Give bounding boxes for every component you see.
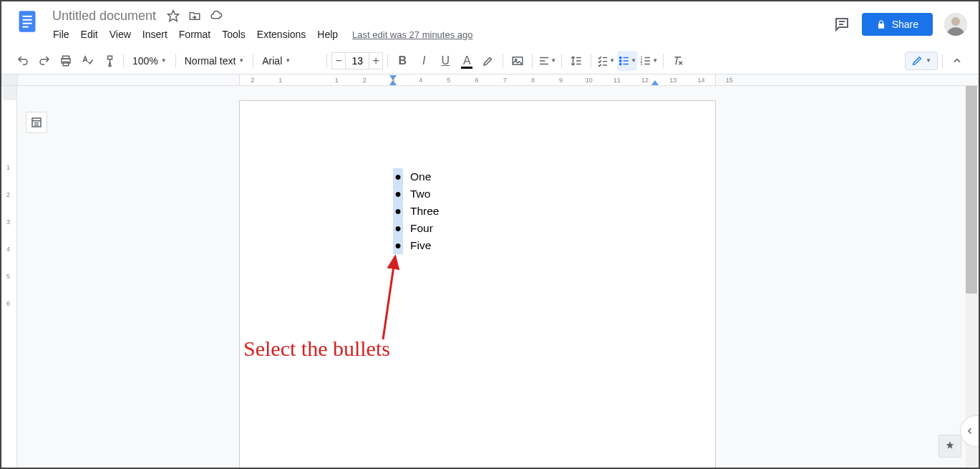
ruler-tick: 15 <box>726 77 733 84</box>
vertical-ruler[interactable]: 123456 <box>3 86 17 468</box>
list-item[interactable]: ●Three <box>393 203 646 220</box>
list-item[interactable]: ●Five <box>393 237 646 254</box>
bullet-marker[interactable]: ● <box>393 203 403 220</box>
list-item-text[interactable]: Four <box>410 220 433 236</box>
undo-button[interactable] <box>13 51 33 71</box>
menu-tools[interactable]: Tools <box>216 26 251 43</box>
svg-rect-1 <box>22 16 31 17</box>
scrollbar-thumb[interactable] <box>966 86 977 294</box>
share-button[interactable]: Share <box>862 13 933 36</box>
svg-rect-0 <box>19 11 36 32</box>
bulleted-list-button[interactable]: ▼ <box>617 51 637 71</box>
list-item[interactable]: ●Four <box>393 220 646 237</box>
separator <box>942 54 943 68</box>
line-spacing-button[interactable] <box>566 51 586 71</box>
text-color-button[interactable]: A <box>457 51 477 71</box>
menu-format[interactable]: Format <box>173 26 216 43</box>
show-outline-button[interactable] <box>26 112 47 133</box>
bullet-marker[interactable]: ● <box>393 185 403 203</box>
collapse-toolbar-button[interactable] <box>947 51 967 71</box>
bold-button[interactable]: B <box>392 51 412 71</box>
ruler-tick: 8 <box>531 77 535 84</box>
page-content[interactable]: ●One●Two●Three●Four●Five <box>240 101 715 254</box>
ruler-tick: 1 <box>278 77 282 84</box>
title-row: Untitled document <box>47 7 833 24</box>
move-icon[interactable] <box>188 9 201 22</box>
list-item-text[interactable]: Three <box>410 203 440 219</box>
menu-file[interactable]: File <box>47 26 75 43</box>
pencil-icon <box>911 55 923 67</box>
svg-point-25 <box>620 57 621 58</box>
styles-dropdown[interactable]: Normal text▼ <box>180 52 249 69</box>
caret-icon: ▼ <box>609 57 615 64</box>
print-button[interactable] <box>56 51 76 71</box>
menu-extensions[interactable]: Extensions <box>251 26 311 43</box>
ruler-tick: 12 <box>641 77 649 84</box>
numbered-list-button[interactable]: 123▼ <box>639 51 659 71</box>
menu-insert[interactable]: Insert <box>137 26 173 43</box>
lock-icon <box>876 19 886 29</box>
svg-marker-5 <box>168 11 179 21</box>
clear-formatting-button[interactable] <box>668 51 688 71</box>
ruler-tick: 4 <box>419 77 422 84</box>
bullet-marker[interactable]: ● <box>393 220 403 237</box>
menu-help[interactable]: Help <box>311 26 344 43</box>
horizontal-ruler-area: 21123456789101112131415 <box>1 74 979 86</box>
list-item[interactable]: ●One <box>393 168 646 185</box>
bullet-list[interactable]: ●One●Two●Three●Four●Five <box>309 168 646 254</box>
spellcheck-button[interactable] <box>77 51 97 71</box>
star-icon[interactable] <box>167 9 180 22</box>
bullet-marker[interactable]: ● <box>393 237 403 254</box>
cloud-status-icon[interactable] <box>210 9 223 22</box>
separator <box>175 54 176 68</box>
right-indent-marker[interactable] <box>651 80 659 85</box>
underline-button[interactable]: U <box>435 51 455 71</box>
explore-button[interactable] <box>938 435 961 458</box>
svg-point-9 <box>951 17 960 26</box>
insert-image-button[interactable] <box>508 51 528 71</box>
document-page[interactable]: ●One●Two●Three●Four●Five <box>239 100 716 468</box>
highlight-button[interactable] <box>478 51 498 71</box>
list-item[interactable]: ●Two <box>393 185 646 203</box>
font-size-increase[interactable]: + <box>369 52 383 69</box>
docs-logo[interactable] <box>13 7 42 36</box>
ruler-tick: 1 <box>335 77 339 84</box>
menu-edit[interactable]: Edit <box>75 26 104 43</box>
last-edit-link[interactable]: Last edit was 27 minutes ago <box>352 29 472 40</box>
italic-button[interactable]: I <box>414 51 434 71</box>
ruler-tick: 4 <box>6 246 10 253</box>
menu-view[interactable]: View <box>104 26 137 43</box>
caret-icon: ▼ <box>161 57 167 64</box>
ruler-tick: 7 <box>503 77 507 84</box>
editing-mode-dropdown[interactable]: ▼ <box>905 52 938 70</box>
comments-icon[interactable] <box>833 16 850 33</box>
document-title[interactable]: Untitled document <box>47 6 161 26</box>
separator <box>503 54 503 68</box>
list-item-text[interactable]: One <box>410 168 431 185</box>
ruler-tick: 11 <box>613 77 621 84</box>
svg-text:3: 3 <box>641 62 643 66</box>
align-button[interactable]: ▼ <box>537 51 557 71</box>
font-dropdown[interactable]: Arial▼ <box>258 52 322 69</box>
font-size-input[interactable] <box>346 52 369 69</box>
zoom-dropdown[interactable]: 100%▼ <box>128 52 171 69</box>
svg-point-29 <box>620 63 621 64</box>
separator <box>387 54 388 68</box>
separator <box>326 54 327 68</box>
bullet-marker[interactable]: ● <box>393 168 403 185</box>
list-item-text[interactable]: Five <box>410 237 431 253</box>
header-center: Untitled document File Edit View Insert … <box>42 7 833 44</box>
horizontal-ruler[interactable]: 21123456789101112131415 <box>239 74 716 86</box>
vertical-scrollbar[interactable] <box>966 86 977 468</box>
caret-icon: ▼ <box>285 57 291 64</box>
side-panel-expand[interactable] <box>960 415 979 447</box>
ruler-tick: 1 <box>6 164 10 171</box>
ruler-tick: 6 <box>6 300 10 307</box>
user-avatar[interactable] <box>944 13 967 36</box>
checklist-button[interactable]: ▼ <box>596 51 616 71</box>
font-size-decrease[interactable]: − <box>331 52 346 69</box>
list-item-text[interactable]: Two <box>410 185 430 202</box>
svg-rect-4 <box>22 26 28 28</box>
paint-format-button[interactable] <box>99 51 119 71</box>
redo-button[interactable] <box>34 51 54 71</box>
